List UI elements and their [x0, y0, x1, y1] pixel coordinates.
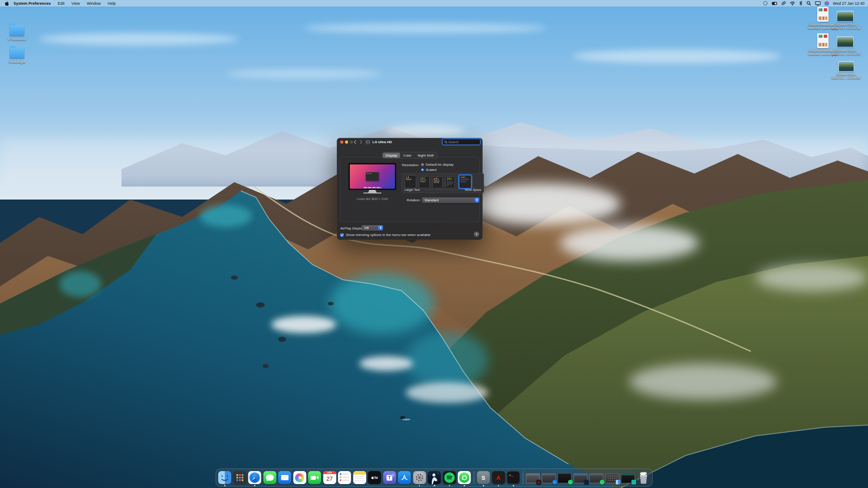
scale-option-5-selected[interactable]: Here's to the crazy ones, the misfits, t…: [459, 175, 471, 188]
dock-app-messages[interactable]: [263, 471, 276, 484]
dock-minimized-surfshark-window[interactable]: [621, 473, 635, 483]
menu-view[interactable]: View: [68, 0, 83, 7]
show-all-grid-icon[interactable]: [365, 140, 370, 144]
desktop-file-screenshot-2[interactable]: [837, 36, 854, 47]
dropdown-chevrons-icon: [378, 226, 383, 230]
dock-minimized-acrobat-window[interactable]: A: [526, 473, 540, 483]
system-preferences-gear-icon: [413, 471, 426, 484]
menu-app-name[interactable]: System Preferences: [10, 0, 54, 7]
image-document-icon: [817, 33, 829, 48]
tab-display[interactable]: Display: [383, 153, 400, 158]
wifi-icon[interactable]: [790, 1, 795, 6]
menu-bar: System Preferences Edit View Window Help: [0, 0, 868, 7]
dock-app-notes[interactable]: [353, 471, 366, 484]
radio-scaled[interactable]: Scaled: [421, 168, 436, 172]
dock-app-mail[interactable]: [278, 471, 291, 484]
airplay-label: AirPlay Display:: [340, 226, 365, 230]
desktop-file-screenshot-3[interactable]: [838, 61, 854, 72]
photos-icon: [293, 471, 306, 484]
apple-menu-icon[interactable]: [4, 1, 9, 6]
dock-minimized-whatsapp-window[interactable]: [589, 473, 603, 483]
menubar-clock[interactable]: Wed 27 Jan 12:40: [833, 1, 865, 6]
display-preview-monitor: [349, 163, 396, 190]
dock-minimized-kindle-window[interactable]: [573, 473, 587, 483]
minimize-button[interactable]: [345, 141, 348, 144]
help-button[interactable]: ?: [474, 232, 479, 237]
dock-app-apple-tv[interactable]: tv: [368, 471, 381, 484]
dock-app-finder[interactable]: [218, 471, 231, 484]
desktop-folder-x-semestre[interactable]: [10, 25, 24, 36]
scale-option-4[interactable]: Here's to the cr troublemakers, ones who…: [445, 177, 455, 188]
dock-app-app-store[interactable]: [398, 471, 411, 484]
finder-badge-icon: [615, 480, 620, 485]
radio-icon-selected[interactable]: [421, 168, 424, 171]
display-mirroring-icon[interactable]: [815, 1, 821, 6]
close-button[interactable]: [340, 141, 343, 144]
pill-icon[interactable]: [781, 1, 786, 6]
display-preview-screen: [350, 164, 395, 189]
radio-icon[interactable]: [421, 163, 424, 166]
dock-app-launchpad[interactable]: [233, 471, 246, 484]
display-status-icon[interactable]: [772, 1, 777, 6]
menu-edit[interactable]: Edit: [54, 0, 68, 7]
shutter-icon[interactable]: [763, 1, 768, 6]
folder-icon: [10, 25, 24, 36]
safari-icon: [248, 471, 261, 484]
big-sur-coast-wallpaper: [0, 0, 868, 488]
surfshark-icon: S: [477, 471, 490, 484]
dock-app-photos[interactable]: [293, 471, 306, 484]
tab-color[interactable]: Color: [400, 153, 414, 158]
dock-minimized-safari-window[interactable]: [542, 473, 556, 483]
tab-night-shift[interactable]: Night Shift: [414, 153, 437, 158]
image-document-icon: [817, 7, 829, 22]
siri-icon[interactable]: [825, 1, 829, 6]
dock-minimized-finder-window[interactable]: [605, 473, 619, 483]
dock-app-reminders[interactable]: [338, 471, 351, 484]
scale-option-2[interactable]: Here's to troubler: [419, 176, 430, 188]
rotation-dropdown[interactable]: Standard: [422, 197, 480, 203]
spotlight-icon[interactable]: [806, 1, 811, 6]
scale-option-1[interactable]: Here's: [404, 175, 416, 188]
screenshot-thumbnail-icon: [837, 11, 854, 22]
search-field[interactable]: [443, 139, 480, 144]
desktop-file-responsabilidad-png[interactable]: [817, 7, 829, 22]
airplay-dropdown[interactable]: Off: [362, 225, 383, 231]
window-titlebar[interactable]: LG Ultra HD: [337, 138, 483, 146]
forward-button[interactable]: [358, 140, 364, 144]
dock-app-microsoft-teams[interactable]: T: [383, 471, 396, 484]
dock-app-whatsapp[interactable]: [458, 471, 471, 484]
desktop-file-responsabilidad-psd[interactable]: [817, 33, 829, 48]
desktop-folder-radiologia[interactable]: [10, 47, 24, 59]
dock-app-kindle[interactable]: [428, 471, 441, 484]
scale-option-3[interactable]: Here's to t troublema ones who: [432, 177, 443, 188]
menu-help[interactable]: Help: [104, 0, 119, 7]
dock-app-acrobat[interactable]: A: [492, 471, 505, 484]
dock-app-terminal[interactable]: >_: [507, 471, 520, 484]
checkbox-checked-icon[interactable]: [340, 233, 344, 237]
app-store-icon: [398, 471, 411, 484]
scaled-resolution-strip: Here's Here's to troubler Here's to t tr…: [401, 173, 484, 193]
dock-minimized-spotify-window[interactable]: [558, 473, 572, 483]
radio-default-for-display[interactable]: Default for display: [421, 163, 454, 167]
menu-window[interactable]: Window: [83, 0, 104, 7]
kindle-icon: [428, 471, 441, 484]
dock-trash[interactable]: [637, 471, 650, 484]
desktop-file-screenshot-1[interactable]: [837, 11, 854, 22]
dock-app-safari[interactable]: [248, 471, 261, 484]
more-space-caption: More Space: [465, 188, 481, 191]
dock-app-facetime[interactable]: [308, 471, 321, 484]
reminders-icon: [338, 471, 351, 484]
dock-app-calendar[interactable]: JAN 27: [323, 471, 336, 484]
mirroring-checkbox-row[interactable]: Show mirroring options in the menu bar w…: [340, 233, 431, 237]
dock-app-surfshark[interactable]: S: [477, 471, 490, 484]
system-preferences-window: LG Ultra HD Display Color Night Shift Lo…: [337, 138, 483, 240]
launchpad-icon: [233, 471, 246, 484]
larger-text-caption: Larger Text: [404, 188, 420, 191]
dock-app-spotify[interactable]: [443, 471, 456, 484]
bluetooth-icon[interactable]: [799, 1, 802, 6]
screenshot-thumbnail-icon: [837, 36, 854, 47]
search-input[interactable]: [448, 140, 474, 144]
back-button[interactable]: [352, 140, 358, 144]
kindle-badge-icon: [584, 480, 589, 485]
dock-app-system-preferences[interactable]: [413, 471, 426, 484]
